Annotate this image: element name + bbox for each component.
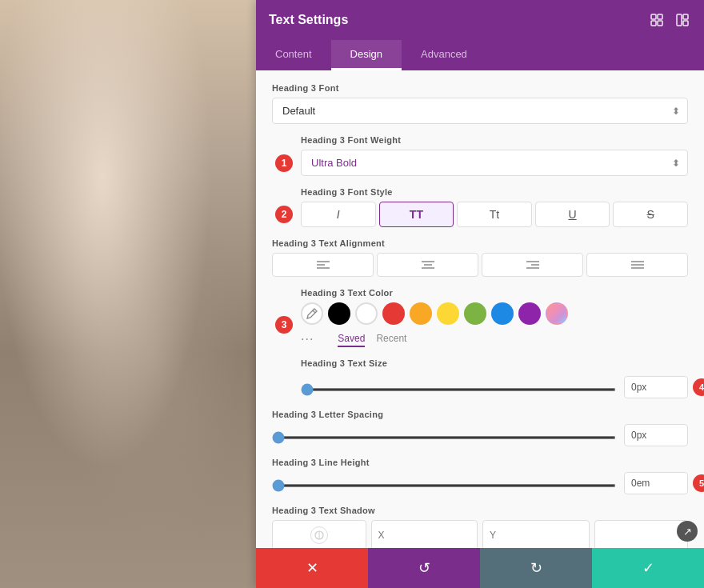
heading3-text-alignment-section: Heading 3 Text Alignment	[272, 238, 688, 277]
swatch-purple[interactable]	[518, 302, 541, 325]
swatch-red[interactable]	[382, 302, 405, 325]
tab-advanced[interactable]: Advanced	[402, 40, 486, 70]
line-height-slider[interactable]	[272, 484, 616, 487]
svg-rect-5	[683, 14, 688, 19]
shadow-color-circle	[310, 526, 328, 544]
panel-content: Heading 3 Font Default Heading 3 Font We…	[256, 70, 704, 548]
line-height-slider-row: 5	[272, 472, 688, 494]
tab-design[interactable]: Design	[331, 40, 402, 70]
color-swatches-row	[301, 302, 688, 325]
heading3-text-color-label: Heading 3 Text Color	[301, 288, 688, 298]
heading3-text-size-section: Heading 3 Text Size 4	[272, 358, 688, 398]
heading3-font-style-label: Heading 3 Font Style	[301, 187, 688, 197]
heading3-letter-spacing-label: Heading 3 Letter Spacing	[272, 410, 688, 419]
shadow-color-swatch[interactable]	[272, 520, 366, 548]
panel-header: Text Settings	[256, 0, 704, 40]
heading3-text-shadow-section: Heading 3 Text Shadow	[272, 506, 688, 548]
line-height-value-wrap: 5	[624, 472, 688, 494]
text-size-input[interactable]	[624, 376, 688, 398]
save-button[interactable]: ✓	[592, 548, 704, 588]
badge-5: 5	[693, 474, 704, 492]
swatch-blue[interactable]	[491, 302, 514, 325]
panel-title: Text Settings	[269, 13, 348, 27]
redo-button[interactable]: ↻	[480, 548, 592, 588]
swatch-green[interactable]	[464, 302, 486, 325]
heading3-font-select[interactable]: Default	[272, 98, 688, 124]
badge-4: 4	[693, 378, 704, 396]
panel-footer: ✕ ↺ ↻ ✓	[256, 548, 704, 588]
letter-spacing-slider-wrap	[272, 430, 616, 442]
more-dots-btn[interactable]: ···	[301, 332, 314, 346]
layout-icon[interactable]	[674, 11, 691, 29]
letter-spacing-slider-row	[272, 424, 688, 446]
align-justify-btn[interactable]	[586, 253, 688, 277]
svg-rect-1	[658, 14, 662, 19]
text-shadow-inputs	[272, 520, 688, 548]
expand-icon[interactable]	[648, 11, 666, 29]
cancel-button[interactable]: ✕	[256, 548, 368, 588]
heading3-text-color-container: 3	[301, 302, 688, 347]
color-bottom-row: ··· Saved Recent	[301, 331, 688, 347]
heading3-font-weight-label: Heading 3 Font Weight	[301, 135, 688, 145]
svg-rect-3	[658, 21, 662, 26]
svg-rect-4	[677, 14, 682, 26]
align-center-btn[interactable]	[377, 253, 478, 277]
resize-icon[interactable]: ↗	[677, 521, 698, 542]
shadow-blur-input[interactable]	[594, 520, 689, 548]
line-height-slider-wrap	[272, 478, 616, 490]
shadow-x-input[interactable]	[371, 520, 478, 548]
strikethrough-btn[interactable]: S	[613, 202, 688, 227]
eyedropper-btn[interactable]	[301, 302, 323, 325]
heading3-text-alignment-label: Heading 3 Text Alignment	[272, 238, 688, 248]
letter-spacing-input[interactable]	[624, 424, 688, 446]
svg-rect-6	[683, 21, 688, 26]
heading3-font-select-wrap: Default	[272, 98, 688, 124]
align-left-btn[interactable]	[272, 253, 374, 277]
saved-btn[interactable]: Saved	[338, 331, 365, 347]
line-height-input[interactable]	[624, 472, 688, 494]
recent-btn[interactable]: Recent	[376, 331, 406, 347]
badge-2: 2	[275, 206, 293, 223]
heading3-font-section: Heading 3 Font Default	[272, 83, 688, 124]
tabs-row: Content Design Advanced	[256, 40, 704, 70]
swatch-brush[interactable]	[546, 302, 568, 325]
settings-panel: Text Settings Content Design	[256, 0, 704, 588]
font-weight-select-wrap: Ultra Bold Thin Light Regular Medium Sem…	[301, 150, 688, 176]
swatch-black[interactable]	[328, 302, 350, 325]
tab-content[interactable]: Content	[256, 40, 331, 70]
heading3-text-color-section: Heading 3 Text Color 3	[272, 288, 688, 347]
capitalize-btn[interactable]: Tt	[457, 202, 532, 227]
background-photo	[0, 0, 256, 588]
text-size-value-wrap: 4	[624, 376, 688, 398]
color-controls: ··· Saved Recent	[301, 302, 688, 347]
font-style-buttons: I TT Tt U S	[301, 202, 688, 227]
heading3-font-style-container: 2 I TT Tt U S	[301, 202, 688, 227]
heading3-line-height-section: Heading 3 Line Height 5	[272, 458, 688, 494]
heading3-font-label: Heading 3 Font	[272, 83, 688, 93]
heading3-text-size-container: 4	[301, 373, 688, 398]
svg-line-19	[313, 310, 315, 313]
text-size-slider-row: 4	[301, 376, 688, 398]
align-right-btn[interactable]	[482, 253, 583, 277]
reset-button[interactable]: ↺	[368, 548, 480, 588]
swatch-white[interactable]	[355, 302, 378, 325]
text-size-slider[interactable]	[301, 388, 616, 391]
swatch-yellow[interactable]	[437, 302, 459, 325]
italic-btn[interactable]: I	[301, 202, 376, 227]
heading3-letter-spacing-section: Heading 3 Letter Spacing	[272, 410, 688, 446]
svg-rect-0	[651, 14, 656, 19]
swatch-orange[interactable]	[410, 302, 432, 325]
underline-btn[interactable]: U	[535, 202, 610, 227]
svg-rect-2	[651, 21, 656, 26]
heading3-text-shadow-label: Heading 3 Text Shadow	[272, 506, 688, 515]
saved-recent-tabs: Saved Recent	[338, 331, 406, 347]
heading3-font-weight-select[interactable]: Ultra Bold Thin Light Regular Medium Sem…	[301, 150, 688, 176]
heading3-font-weight-section: Heading 3 Font Weight 1 Ultra Bold Thin …	[272, 135, 688, 176]
uppercase-btn[interactable]: TT	[379, 202, 454, 227]
heading3-font-weight-container: 1 Ultra Bold Thin Light Regular Medium S…	[301, 150, 688, 176]
badge-3: 3	[275, 316, 293, 334]
letter-spacing-slider[interactable]	[272, 436, 616, 439]
heading3-text-size-label: Heading 3 Text Size	[301, 358, 688, 368]
text-size-slider-wrap	[301, 382, 616, 394]
shadow-y-input[interactable]	[482, 520, 590, 548]
